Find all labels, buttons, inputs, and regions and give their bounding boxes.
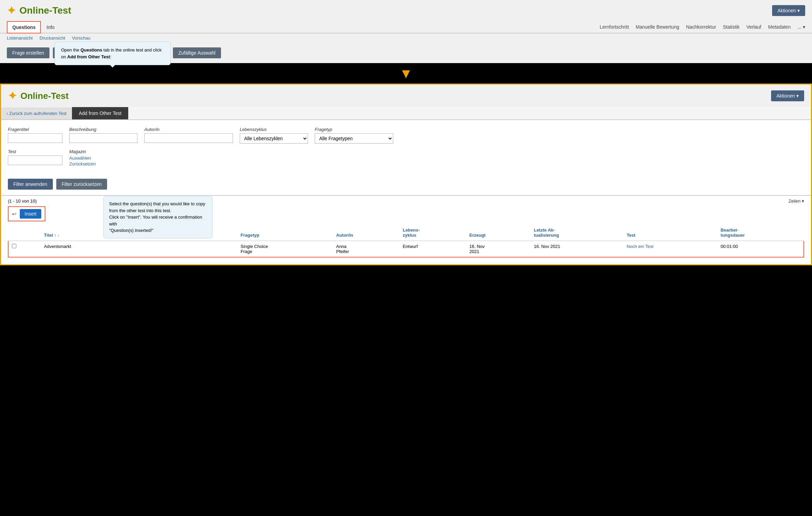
magazin-zuruecksetzen-link[interactable]: Zurücksetzen [69,161,96,166]
form-row-1: Fragentitel Beschreibung Autor/in Lebens… [8,127,804,144]
fragetyp-label: Fragetyp [315,127,393,132]
bottom-aktionen-button[interactable]: Aktionen ▾ [771,90,804,101]
row-test-link[interactable]: Noch ein Test [627,244,654,249]
tooltip2-line3: Click on "Insert". You will receive a co… [109,215,202,226]
top-tooltip: Open the Questions tab in the online tes… [55,42,171,65]
down-arrow-icon: ▼ [399,67,413,80]
tooltip-bold2: Add from Other Test [67,54,110,59]
col-test[interactable]: Test [623,225,717,241]
bottom-app-title: Online-Test [20,91,69,101]
tooltip2-line1: Select the question(s) that you would li… [109,201,205,206]
fragentitel-label: Fragentitel [8,127,62,132]
test-label: Test [8,149,62,154]
top-sub-nav: Listenansicht Druckansicht Vorschau [0,33,812,43]
form-area: Fragentitel Beschreibung Autor/in Lebens… [1,120,811,179]
tooltip-text-after: : [110,54,112,59]
zufaellige-auswahl-button[interactable]: Zufällige Auswahl [173,47,221,58]
filter-zuruecksetzen-button[interactable]: Filter zurücksetzen [56,179,107,190]
tab-lernfortschritt[interactable]: Lernfortschritt [600,24,629,30]
top-aktionen-button[interactable]: Aktionen ▾ [772,5,805,16]
back-to-test-button[interactable]: Zurück zum aufrufenden Test [1,107,72,119]
top-title: ✦ Online-Test [7,4,71,17]
row-fragetyp: Single ChoiceFrage [237,241,333,257]
col-checkbox [8,225,41,241]
row-checkbox[interactable] [12,244,16,248]
top-app-title: Online-Test [19,5,71,16]
row-checkbox-cell [8,241,41,257]
magazin-auswaehlen-link[interactable]: Auswählen [69,156,96,161]
col-autorin[interactable]: Autor/in [333,225,399,241]
table-row: Adventsmarkt Single ChoiceFrage AnnaPfei… [8,241,804,257]
tooltip-bold1: Questions [80,47,102,53]
top-nav: Open the Questions tab in the online tes… [0,21,812,33]
magazin-group: Magazin Auswählen Zurücksetzen [69,149,96,166]
tab-nachkorrektur[interactable]: Nachkorrektur [686,24,716,30]
results-area: (1 - 10 von 10) Zeilen ▾ ↩ Insert Select… [1,196,811,264]
tooltip2-line2: from the other test into this test. [109,208,171,213]
filter-buttons: Filter anwenden Filter zurücksetzen [1,179,811,195]
col-bearbeitungsdauer[interactable]: Bearbei-tungsdauer [717,225,804,241]
bottom-nav: Zurück zum aufrufenden Test Add from Oth… [1,107,811,120]
bottom-title: ✦ Online-Test [8,89,69,102]
tab-statistik[interactable]: Statistik [723,24,740,30]
insert-row: ↩ Insert [8,206,45,221]
fragentitel-group: Fragentitel [8,127,62,143]
col-lebenszyklus[interactable]: Lebens-zyklus [399,225,466,241]
sub-nav-druckansicht[interactable]: Druckansicht [40,35,65,41]
tooltip2-line4: "Question(s) inserted!" [109,228,153,233]
tab-verlauf[interactable]: Verlauf [747,24,762,30]
row-lebenszyklus: Entwurf [399,241,466,257]
row-bearbeitungsdauer: 00:01:00 [717,241,804,257]
col-fragetyp[interactable]: Fragetyp [237,225,333,241]
top-header: ✦ Online-Test Aktionen ▾ [0,0,812,21]
results-count: (1 - 10 von 10) [8,198,37,204]
bottom-section: ✦ Online-Test Aktionen ▾ Zurück zum aufr… [0,84,812,265]
puzzle-icon: ✦ [7,4,16,17]
col-erzeugt[interactable]: Erzeugt [466,225,530,241]
sub-nav-vorschau[interactable]: Vorschau [72,35,90,41]
form-row-2: Test Magazin Auswählen Zurücksetzen [8,149,804,166]
tab-manuelle-bewertung[interactable]: Manuelle Bewertung [636,24,679,30]
autorin-input[interactable] [144,133,233,143]
filter-anwenden-button[interactable]: Filter anwenden [8,179,53,190]
row-erzeugt: 16. Nov2021 [466,241,530,257]
tab-info[interactable]: Info [41,21,60,33]
lebenszyklus-select[interactable]: Alle Lebenszyklen [240,133,308,144]
col-letzte-akt[interactable]: Letzte Ak-tualisierung [530,225,623,241]
row-autorin: AnnaPfeifer [333,241,399,257]
fragentitel-input[interactable] [8,133,62,143]
beschreibung-group: Beschreibung [69,127,137,143]
row-beschreibung [135,241,237,257]
beschreibung-input[interactable] [69,133,137,143]
bottom-header: ✦ Online-Test Aktionen ▾ [1,85,811,107]
top-nav-right: Lernfortschritt Manuelle Bewertung Nachk… [600,24,806,30]
lebenszyklus-group: Lebenszyklus Alle Lebenszyklen [240,127,308,144]
insert-button[interactable]: Insert [20,209,41,219]
row-letzte-akt: 16. Nov 2021 [530,241,623,257]
add-from-other-tab: Add from Other Test [72,107,128,119]
beschreibung-label: Beschreibung [69,127,137,132]
arrow-section: ▼ [0,63,812,84]
magazin-label: Magazin [69,149,96,154]
zeilen-dropdown[interactable]: Zeilen ▾ [788,198,804,204]
sub-nav-listenansicht[interactable]: Listenansicht [7,35,33,41]
frage-erstellen-button[interactable]: Frage erstellen [7,47,49,58]
test-group: Test [8,149,62,165]
tooltip-text-before: Open the [61,47,80,53]
tab-questions[interactable]: Questions [7,21,41,33]
magazin-links: Auswählen Zurücksetzen [69,156,96,166]
row-test: Noch ein Test [623,241,717,257]
results-tooltip: Select the question(s) that you would li… [103,196,212,238]
test-input[interactable] [8,156,62,165]
insert-icon: ↩ [12,211,16,217]
lebenszyklus-label: Lebenszyklus [240,127,308,132]
tab-metadaten[interactable]: Metadaten [768,24,791,30]
fragetyp-select[interactable]: Alle Fragetypen [315,133,393,144]
row-titel: Adventsmarkt [41,241,135,257]
top-section: ✦ Online-Test Aktionen ▾ Open the Questi… [0,0,812,63]
fragetyp-group: Fragetyp Alle Fragetypen [315,127,393,144]
tab-more[interactable]: ... ▾ [797,24,805,30]
autorin-group: Autor/in [144,127,233,143]
autorin-label: Autor/in [144,127,233,132]
bottom-puzzle-icon: ✦ [8,89,17,102]
